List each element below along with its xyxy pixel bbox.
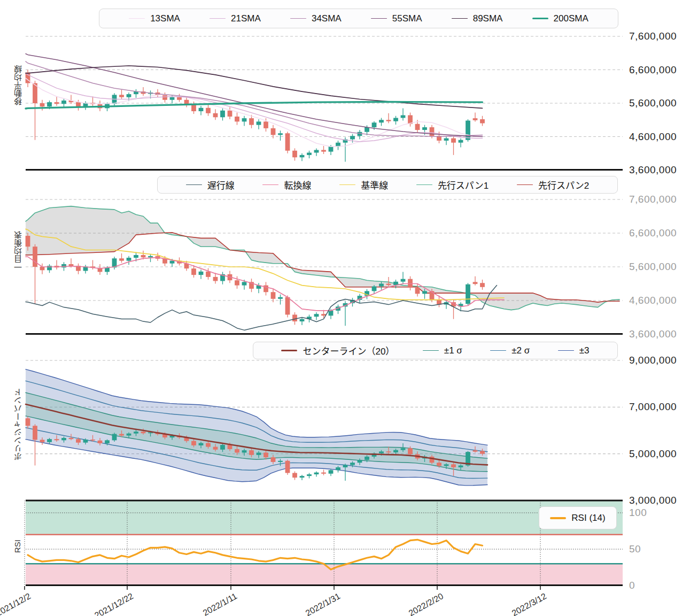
candle-body [386,451,391,452]
legend-label: 13SMA [150,13,180,24]
candle-body [473,450,478,452]
legend-line-swatch [371,18,387,19]
legend-label: 先行スパン2 [538,178,589,191]
candle-body [127,94,131,97]
ytick-sma: 6,600,000 [629,64,677,76]
candle-body [162,95,167,100]
axis-title-sma: 移動平均線 [13,56,24,115]
candle-body [249,118,254,125]
candle-body [206,108,211,113]
legend-sma-item-2: 34SMA [290,13,342,24]
candle-body [228,445,232,449]
ytick-sma: 5,600,000 [629,97,677,109]
candle-body [26,73,30,83]
legend-rsi-item-0: RSI (14) [550,513,605,523]
candle-body [199,443,204,445]
candle-body [83,440,88,443]
candle-body [98,441,103,443]
candle-body [213,447,218,450]
ytick-sma: 3,600,000 [629,164,677,176]
candle-body [127,434,131,436]
candle-body [141,432,146,433]
legend-ichimoku-item-4: 先行スパン2 [517,178,589,191]
candle-body [213,113,218,118]
candle-body [119,434,124,436]
candle-body [170,97,175,100]
candle-body [314,150,319,153]
candle-body [170,261,175,264]
legend-bollinger-item-1: ±1 σ [423,345,462,356]
candle-body [119,258,124,260]
legend-line-swatch [416,184,432,185]
legend-bollinger-item-3: ±3 [558,345,590,356]
legend-ichimoku-item-1: 転換線 [262,178,311,191]
candle-body [480,451,485,453]
candle-body [235,280,239,285]
legend-line-swatch [550,517,566,519]
candle-body [292,473,297,478]
candle-body [257,452,261,455]
candle-body [314,314,319,317]
ytick-ichimoku: 4,600,000 [629,295,677,306]
legend-line-swatch [281,350,297,351]
candle-body [329,470,334,474]
candle-body [466,121,470,140]
candle-body [242,450,247,452]
legend-label: ±2 σ [511,345,530,356]
candle-body [401,116,406,118]
candle-body [47,102,52,106]
candle-body [379,284,384,287]
candle-body [307,153,312,155]
legend-sma: 13SMA21SMA34SMA55SMA89SMA200SMA [99,9,618,28]
candle-body [321,150,326,152]
legend-label: 200SMA [554,13,588,24]
candle-body [61,101,66,104]
axis-title-rsi: RSI [13,535,22,557]
legend-line-swatch [490,350,506,351]
candle-body [257,121,261,125]
candle-body [285,461,290,473]
candle-body [451,464,456,467]
candle-body [386,284,391,286]
candle-body [379,120,384,122]
candle-body [285,133,290,151]
candle-body [220,445,225,450]
ytick-rsi: 0 [629,580,635,591]
ytick-rsi: 50 [629,543,641,555]
candle-body [220,111,225,118]
candle-body [350,136,355,139]
candle-body [278,297,283,299]
ytick-rsi: 100 [629,507,647,519]
candle-body [372,287,377,291]
ytick-ichimoku: 7,600,000 [629,194,677,205]
candle-body [191,105,196,111]
candle-body [393,450,398,452]
candle-body [430,127,435,136]
ytick-bollinger: 7,000,000 [629,401,677,413]
ytick-bollinger: 9,000,000 [629,355,677,366]
legend-label: 基準線 [361,178,388,191]
candle-body [40,440,45,442]
ytick-sma: 7,600,000 [629,30,677,42]
candle-body [40,103,45,106]
candle-body [314,473,319,474]
candle-body [459,140,463,143]
ytick-bollinger: 3,000,000 [629,495,677,506]
legend-label: 転換線 [284,178,311,191]
candle-body [264,121,268,128]
ytick-bollinger: 5,000,000 [629,448,677,460]
candle-body [473,282,478,284]
candle-body [350,463,355,465]
candle-body [292,314,297,321]
candle-body [415,124,420,130]
candle-body [228,111,232,117]
candle-body [90,440,95,441]
candle-body [459,466,463,467]
candle-body [422,291,427,294]
legend-sma-item-4: 89SMA [452,13,503,24]
candle-body [61,438,66,440]
candle-body [213,277,218,281]
candle-body [343,465,348,467]
ytick-ichimoku: 6,600,000 [629,227,677,239]
candle-body [393,118,398,121]
